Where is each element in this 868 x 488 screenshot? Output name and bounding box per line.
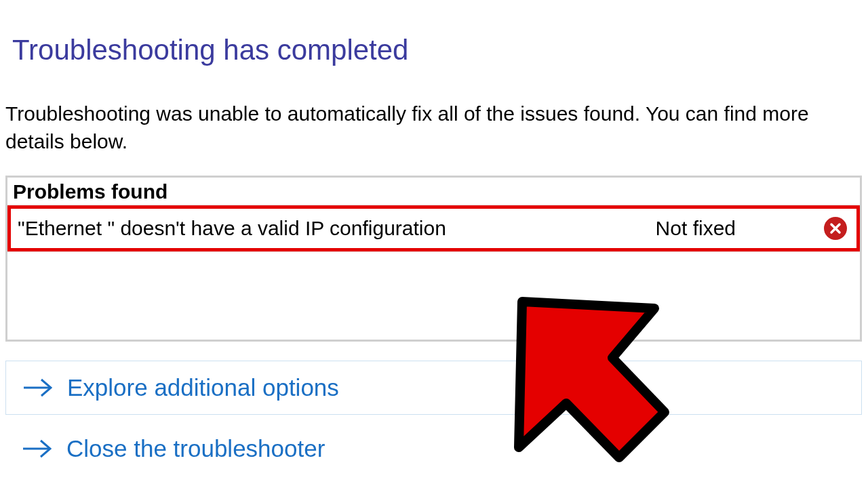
problems-header: Problems found	[7, 178, 860, 205]
page-title: Troubleshooting has completed	[12, 34, 863, 66]
close-label: Close the troubleshooter	[66, 435, 325, 462]
arrow-right-icon	[22, 439, 52, 459]
problems-table: Problems found "Ethernet " doesn't have …	[5, 176, 862, 342]
problem-row[interactable]: "Ethernet " doesn't have a valid IP conf…	[7, 205, 860, 251]
error-icon	[824, 217, 847, 240]
explore-additional-options-button[interactable]: Explore additional options	[5, 361, 862, 415]
close-troubleshooter-button[interactable]: Close the troubleshooter	[5, 435, 863, 462]
arrow-right-icon	[22, 378, 52, 398]
problem-description: "Ethernet " doesn't have a valid IP conf…	[18, 217, 656, 240]
empty-row	[7, 251, 860, 340]
problems-header-label: Problems found	[13, 180, 167, 203]
description-text: Troubleshooting was unable to automatica…	[5, 100, 856, 155]
explore-label: Explore additional options	[67, 374, 339, 401]
problem-status: Not fixed	[656, 217, 736, 240]
